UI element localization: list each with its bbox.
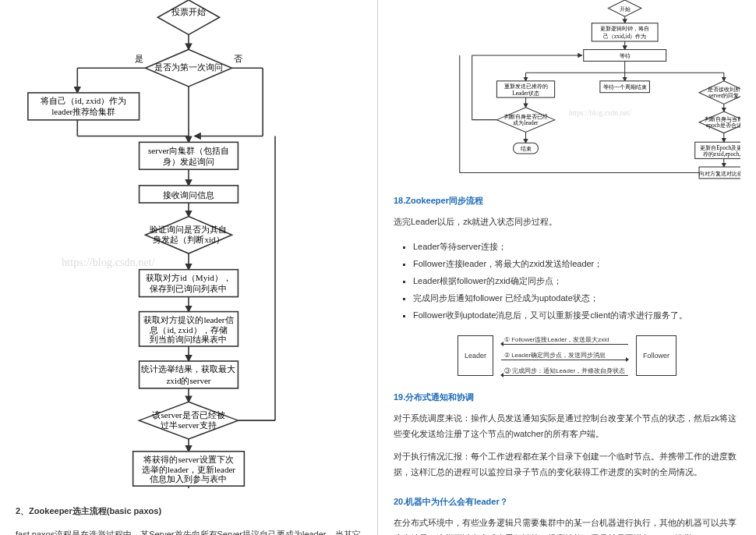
svg-text:统计选举结果，获取最大: 统计选举结果，获取最大	[142, 364, 236, 374]
sync-leader: Leader	[457, 335, 493, 376]
list-item: Leader等待server连接；	[413, 238, 740, 255]
p20: 在分布式环境中，有些业务逻辑只需要集群中的某一台机器进行执行，其他的机器可以共享…	[394, 516, 740, 535]
fc-start: 投票开始	[171, 7, 206, 16]
svg-text:Leader状态: Leader状态	[512, 90, 539, 97]
list-item: Follower收到uptodate消息后，又可以重新接受client的请求进行…	[413, 306, 740, 324]
fc-r2: server向集群（包括自	[148, 146, 229, 155]
svg-text:己（zxid,id）作为: 己（zxid,id）作为	[603, 33, 646, 40]
fc2-wait: 等待	[620, 52, 631, 59]
page-left: 投票开始 是否为第一次询问 是 否 将自己（id, zxid）作为 leader…	[0, 0, 378, 535]
svg-text:荐的zxid,epoch,id: 荐的zxid,epoch,id	[703, 151, 740, 158]
left-flowchart: 投票开始 是否为第一次询问 是 否 将自己（id, zxid）作为 leader…	[16, 0, 362, 488]
svg-text:身）发起询问: 身）发起询问	[163, 157, 214, 166]
svg-text:保存到已询问列表中: 保存到已询问列表中	[150, 284, 228, 293]
left-heading: 2、Zookeeper选主流程(basic paxos)	[16, 504, 362, 519]
list-18: Leader等待server连接； Follower连接leader，将最大的z…	[413, 238, 740, 324]
heading-19: 19.分布式通知和协调	[394, 392, 740, 403]
sync-a2: ② Leader确定同步点，发送同步消息	[501, 351, 628, 360]
svg-text:leader推荐给集群: leader推荐给集群	[51, 107, 115, 116]
watermark-left: https://blog.csdn.net/	[62, 256, 155, 268]
list-item: 完成同步后通知follower 已经成为uptodate状态；	[413, 289, 740, 306]
fc2-start: 开始	[620, 5, 631, 12]
watermark-right: https://blog.csdn.net/	[569, 109, 631, 117]
svg-text:选举的leader，更新leader: 选举的leader，更新leader	[142, 465, 235, 474]
sync-diagram: Leader ① Follower连接Leader，发送最大zxid ② Lea…	[394, 335, 740, 376]
right-flowchart: 开始 更新逻辑时钟，将自 己（zxid,id）作为 等待 重新发送已推荐的 Le…	[394, 0, 740, 179]
fc-r1: 将自己（id, zxid）作为	[40, 96, 126, 105]
svg-text:将获得的server设置下次: 将获得的server设置下次	[143, 455, 233, 464]
fc2-r3: 等待一个周期结束	[603, 83, 647, 90]
svg-text:获取对方id（Myid），: 获取对方id（Myid），	[146, 273, 231, 282]
svg-text:过半server支持: 过半server支持	[161, 420, 216, 430]
list-item: Leader根据follower的zxid确定同步点；	[413, 272, 740, 289]
fc-r3: 接收询问信息	[163, 190, 214, 200]
svg-text:息（id, zxid），存储: 息（id, zxid），存储	[149, 325, 227, 335]
fc2-r5: 向对方复送对比依据	[699, 170, 740, 177]
sync-a3: ③ 完成同步：通知Leader，并修改自身状态	[501, 367, 628, 376]
sync-a1: ① Follower连接Leader，发送最大zxid	[501, 335, 628, 345]
fc-yes: 是	[135, 54, 143, 63]
fc-d1: 是否为第一次询问	[154, 62, 223, 72]
list-item: Follower连接leader，将最大的zxid发送给leader；	[413, 255, 740, 272]
heading-20: 20.机器中为什么会有leader？	[394, 496, 740, 508]
svg-text:该server是否已经被: 该server是否已经被	[152, 410, 224, 420]
svg-text:获取对方提议的leader信: 获取对方提议的leader信	[143, 315, 233, 324]
svg-text:成为leader: 成为leader	[513, 119, 539, 126]
fc2-end: 结束	[521, 145, 532, 152]
page-right: 开始 更新逻辑时钟，将自 己（zxid,id）作为 等待 重新发送已推荐的 Le…	[378, 0, 756, 535]
flowchart-svg-right: 开始 更新逻辑时钟，将自 己（zxid,id）作为 等待 重新发送已推荐的 Le…	[394, 0, 740, 190]
svg-text:身发起（判断xid）: 身发起（判断xid）	[153, 235, 224, 244]
sync-follower: Follower	[636, 335, 677, 376]
sync-arrows: ① Follower连接Leader，发送最大zxid ② Leader确定同步…	[501, 335, 628, 376]
svg-text:信息加入到参与表中: 信息加入到参与表中	[150, 474, 228, 484]
svg-marker-0	[157, 0, 219, 34]
p18: 选完Leader以后，zk就进入状态同步过程。	[394, 214, 740, 230]
svg-text:zxid的server: zxid的server	[166, 376, 210, 385]
svg-text:到当前询问结果表中: 到当前询问结果表中	[150, 335, 228, 344]
heading-18: 18.Zookeeper同步流程	[394, 195, 740, 207]
svg-text:epoch是否合法: epoch是否合法	[706, 122, 740, 129]
svg-text:验证询问是否为其自: 验证询问是否为其自	[150, 225, 228, 234]
p19b: 对于执行情况汇报：每个工作进程都在某个目录下创建一个临时节点。并携带工作的进度数…	[394, 449, 740, 480]
left-paragraph: fast paxos流程是在选举过程中，某Server首先向所有Server提议…	[16, 527, 362, 535]
svg-text:server的回复: server的回复	[708, 92, 739, 99]
flowchart-svg-left: 投票开始 是否为第一次询问 是 否 将自己（id, zxid）作为 leader…	[16, 0, 362, 488]
fc-no: 否	[234, 54, 242, 63]
svg-text:更新逻辑时钟，将自: 更新逻辑时钟，将自	[600, 25, 649, 32]
p19a: 对于系统调度来说：操作人员发送通知实际是通过控制台改变某个节点的状态，然后zk将…	[394, 411, 740, 442]
